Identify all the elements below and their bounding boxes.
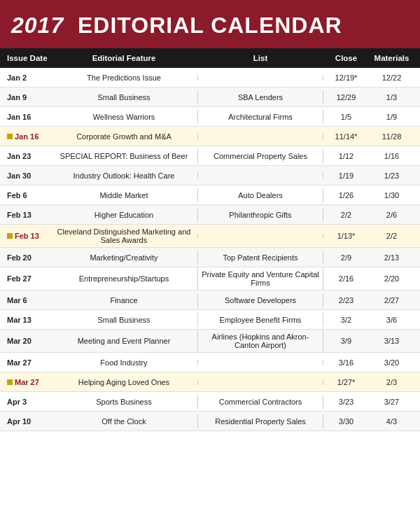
cell-materials-date: 1/3 xyxy=(369,90,414,104)
table-row: Jan 16Wellness WarriorsArchitectural Fir… xyxy=(0,107,420,127)
header-year: 2017 xyxy=(11,13,64,38)
cell-editorial-feature: Helping Aging Loved Ones xyxy=(50,375,197,389)
cell-close-date: 1/19 xyxy=(323,169,369,183)
cell-list xyxy=(197,360,323,365)
cell-close-date: 3/30 xyxy=(323,414,369,428)
cell-issue-date: Mar 20 xyxy=(0,334,50,348)
cell-close-date: 11/14* xyxy=(323,130,369,144)
cell-materials-date: 4/3 xyxy=(369,414,414,428)
cell-issue-date: Feb 27 xyxy=(0,272,50,286)
cell-list: Architectural Firms xyxy=(197,110,323,124)
cell-editorial-feature: Higher Education xyxy=(50,208,197,222)
table-row: Jan 9Small BusinessSBA Lenders12/291/3 xyxy=(0,88,420,107)
cell-issue-date: Jan 16 xyxy=(0,130,50,144)
cell-issue-date: Mar 6 xyxy=(0,293,50,307)
col-header-issue: Issue Date xyxy=(0,52,50,64)
cell-materials-date: 2/3 xyxy=(369,375,414,389)
header: 2017 EDITORIAL CALENDAR xyxy=(0,0,420,48)
cell-close-date: 2/9 xyxy=(323,251,369,265)
cell-materials-date: 1/16 xyxy=(369,149,414,163)
cell-editorial-feature: Middle Market xyxy=(50,188,197,202)
cell-close-date: 1/27* xyxy=(323,375,369,389)
table-row: Apr 3Sports BusinessCommercial Contracto… xyxy=(0,392,420,412)
table-row: Feb 6Middle MarketAuto Dealers1/261/30 xyxy=(0,186,420,205)
col-header-materials: Materials xyxy=(369,52,414,64)
cell-close-date: 3/9 xyxy=(323,334,369,348)
cell-list: Software Developers xyxy=(197,293,323,307)
cell-editorial-feature: Food Industry xyxy=(50,356,197,370)
cell-issue-date: Jan 23 xyxy=(0,149,50,163)
cell-materials-date: 2/13 xyxy=(369,251,414,265)
cell-materials-date: 2/2 xyxy=(369,229,414,243)
cell-editorial-feature: Small Business xyxy=(50,90,197,104)
cell-list xyxy=(197,173,323,178)
cell-materials-date: 1/30 xyxy=(369,188,414,202)
cell-editorial-feature: SPECIAL REPORT: Business of Beer xyxy=(50,149,197,163)
table-body: Jan 2The Predictions Issue12/19*12/22Jan… xyxy=(0,68,420,431)
cell-close-date: 3/16 xyxy=(323,356,369,370)
column-headers: Issue Date Editorial Feature List Close … xyxy=(0,48,420,68)
cell-issue-date: Feb 13 xyxy=(0,208,50,222)
col-header-feature: Editorial Feature xyxy=(50,52,197,64)
cell-close-date: 2/2 xyxy=(323,208,369,222)
cell-editorial-feature: Small Business xyxy=(50,313,197,327)
cell-list: Residential Property Sales xyxy=(197,414,323,428)
cell-list: Commercial Property Sales xyxy=(197,149,323,163)
table-row: Apr 10Off the ClockResidential Property … xyxy=(0,412,420,431)
cell-materials-date: 3/13 xyxy=(369,334,414,348)
cell-close-date: 3/23 xyxy=(323,395,369,409)
col-header-close: Close xyxy=(323,52,369,64)
cell-issue-date: Jan 2 xyxy=(0,71,50,85)
cell-materials-date: 2/20 xyxy=(369,272,414,286)
cell-close-date: 3/2 xyxy=(323,313,369,327)
cell-issue-date: Jan 9 xyxy=(0,90,50,104)
cell-editorial-feature: Entrepreneurship/Startups xyxy=(50,272,197,286)
table-row: Jan 23SPECIAL REPORT: Business of BeerCo… xyxy=(0,146,420,166)
cell-list xyxy=(197,379,323,385)
cell-list: Top Patent Recipients xyxy=(197,251,323,265)
cell-close-date: 1/26 xyxy=(323,188,369,202)
table-row: Jan 2The Predictions Issue12/19*12/22 xyxy=(0,68,420,88)
cell-editorial-feature: Marketing/Creativity xyxy=(50,251,197,265)
highlight-dot-icon xyxy=(7,134,13,139)
cell-list xyxy=(197,75,323,80)
cell-materials-date: 3/20 xyxy=(369,356,414,370)
cell-materials-date: 3/6 xyxy=(369,313,414,327)
header-title: 2017 EDITORIAL CALENDAR xyxy=(11,13,409,38)
cell-issue-date: Jan 30 xyxy=(0,169,50,183)
cell-list xyxy=(197,233,323,239)
cell-issue-date: Mar 27 xyxy=(0,375,50,389)
cell-list: Private Equity and Venture Capital Firms xyxy=(197,267,323,290)
cell-materials-date: 2/27 xyxy=(369,293,414,307)
cell-list: Airlines (Hopkins and Akron-Canton Airpo… xyxy=(197,330,323,352)
cell-issue-date: Apr 10 xyxy=(0,414,50,428)
cell-close-date: 2/23 xyxy=(323,293,369,307)
cell-list xyxy=(197,134,323,139)
cell-issue-date: Mar 27 xyxy=(0,356,50,370)
cell-close-date: 12/19* xyxy=(323,71,369,85)
col-header-list: List xyxy=(197,52,323,64)
cell-issue-date: Feb 6 xyxy=(0,188,50,202)
cell-issue-date: Feb 20 xyxy=(0,251,50,265)
cell-editorial-feature: The Predictions Issue xyxy=(50,71,197,85)
table-row: Feb 20Marketing/CreativityTop Patent Rec… xyxy=(0,248,420,267)
cell-list: Employee Benefit Firms xyxy=(197,313,323,327)
cell-materials-date: 2/6 xyxy=(369,208,414,222)
cell-close-date: 1/5 xyxy=(323,110,369,124)
cell-issue-date: Jan 16 xyxy=(0,110,50,124)
highlight-dot-icon xyxy=(7,379,13,385)
cell-materials-date: 1/9 xyxy=(369,110,414,124)
table-row: Feb 27Entrepreneurship/StartupsPrivate E… xyxy=(0,267,420,290)
cell-editorial-feature: Industry Outlook: Health Care xyxy=(50,169,197,183)
cell-editorial-feature: Off the Clock xyxy=(50,414,197,428)
cell-materials-date: 3/27 xyxy=(369,395,414,409)
table-row: Mar 6FinanceSoftware Developers2/232/27 xyxy=(0,290,420,310)
cell-materials-date: 11/28 xyxy=(369,130,414,144)
cell-close-date: 1/12 xyxy=(323,149,369,163)
cell-list: Auto Dealers xyxy=(197,188,323,202)
header-calendar-title: EDITORIAL CALENDAR xyxy=(78,13,342,38)
cell-issue-date: Mar 13 xyxy=(0,313,50,327)
cell-close-date: 12/29 xyxy=(323,90,369,104)
cell-close-date: 2/16 xyxy=(323,272,369,286)
cell-editorial-feature: Cleveland Distinguished Marketing and Sa… xyxy=(50,225,197,247)
